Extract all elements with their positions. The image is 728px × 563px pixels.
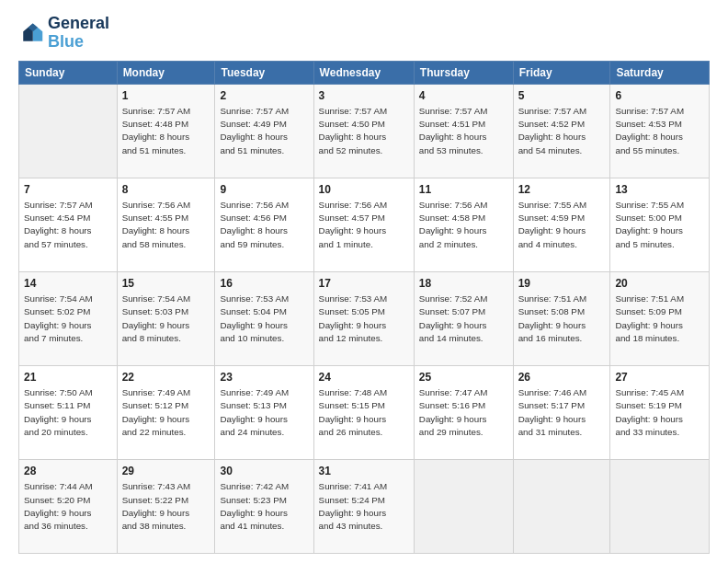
- day-info: Sunrise: 7:45 AMSunset: 5:19 PMDaylight:…: [615, 386, 704, 439]
- week-row: 21Sunrise: 7:50 AMSunset: 5:11 PMDayligh…: [19, 365, 710, 459]
- week-row: 7Sunrise: 7:57 AMSunset: 4:54 PMDaylight…: [19, 178, 710, 271]
- day-info: Sunrise: 7:44 AMSunset: 5:20 PMDaylight:…: [24, 480, 112, 533]
- day-info: Sunrise: 7:52 AMSunset: 5:07 PMDaylight:…: [419, 293, 508, 345]
- day-info: Sunrise: 7:56 AMSunset: 4:55 PMDaylight:…: [122, 199, 210, 251]
- header-day: Sunday: [19, 61, 118, 84]
- day-number: 24: [319, 370, 409, 385]
- day-cell: 28Sunrise: 7:44 AMSunset: 5:20 PMDayligh…: [19, 459, 118, 553]
- day-info: Sunrise: 7:55 AMSunset: 4:59 PMDaylight:…: [518, 199, 606, 251]
- day-cell: [610, 459, 710, 553]
- day-info: Sunrise: 7:47 AMSunset: 5:16 PMDaylight:…: [419, 386, 508, 439]
- header: General Blue: [18, 15, 710, 52]
- day-number: 29: [122, 464, 210, 479]
- day-cell: 14Sunrise: 7:54 AMSunset: 5:02 PMDayligh…: [19, 271, 118, 365]
- day-info: Sunrise: 7:50 AMSunset: 5:11 PMDaylight:…: [24, 386, 112, 439]
- day-info: Sunrise: 7:57 AMSunset: 4:49 PMDaylight:…: [220, 105, 308, 157]
- day-info: Sunrise: 7:54 AMSunset: 5:02 PMDaylight:…: [24, 293, 112, 345]
- day-info: Sunrise: 7:57 AMSunset: 4:51 PMDaylight:…: [419, 105, 508, 157]
- logo-icon: [18, 20, 44, 46]
- day-cell: 5Sunrise: 7:57 AMSunset: 4:52 PMDaylight…: [513, 84, 610, 178]
- day-info: Sunrise: 7:56 AMSunset: 4:58 PMDaylight:…: [419, 199, 508, 251]
- day-cell: 31Sunrise: 7:41 AMSunset: 5:24 PMDayligh…: [313, 459, 414, 553]
- day-cell: 18Sunrise: 7:52 AMSunset: 5:07 PMDayligh…: [414, 271, 513, 365]
- header-day: Thursday: [414, 61, 513, 84]
- day-cell: 12Sunrise: 7:55 AMSunset: 4:59 PMDayligh…: [513, 178, 610, 271]
- logo-text: General Blue: [48, 15, 109, 52]
- day-number: 20: [615, 276, 704, 292]
- day-info: Sunrise: 7:49 AMSunset: 5:12 PMDaylight:…: [122, 386, 210, 439]
- day-cell: 10Sunrise: 7:56 AMSunset: 4:57 PMDayligh…: [313, 178, 414, 271]
- day-info: Sunrise: 7:49 AMSunset: 5:13 PMDaylight:…: [220, 386, 308, 439]
- day-number: 5: [518, 88, 606, 104]
- day-number: 15: [122, 276, 210, 292]
- day-cell: 26Sunrise: 7:46 AMSunset: 5:17 PMDayligh…: [513, 365, 610, 459]
- day-cell: 13Sunrise: 7:55 AMSunset: 5:00 PMDayligh…: [610, 178, 710, 271]
- day-number: 3: [319, 88, 409, 104]
- day-number: 25: [419, 370, 508, 385]
- header-day: Monday: [117, 61, 215, 84]
- day-info: Sunrise: 7:57 AMSunset: 4:48 PMDaylight:…: [122, 105, 210, 157]
- day-number: 12: [518, 182, 606, 198]
- day-info: Sunrise: 7:57 AMSunset: 4:53 PMDaylight:…: [615, 105, 704, 157]
- day-info: Sunrise: 7:51 AMSunset: 5:09 PMDaylight:…: [615, 293, 704, 345]
- day-number: 9: [220, 182, 308, 198]
- day-number: 14: [24, 276, 112, 292]
- day-number: 4: [419, 88, 508, 104]
- day-number: 19: [518, 276, 606, 292]
- day-info: Sunrise: 7:57 AMSunset: 4:52 PMDaylight:…: [518, 105, 606, 157]
- day-cell: 4Sunrise: 7:57 AMSunset: 4:51 PMDaylight…: [414, 84, 513, 178]
- day-number: 18: [419, 276, 508, 292]
- day-info: Sunrise: 7:51 AMSunset: 5:08 PMDaylight:…: [518, 293, 606, 345]
- day-info: Sunrise: 7:42 AMSunset: 5:23 PMDaylight:…: [220, 480, 308, 533]
- day-cell: [19, 84, 118, 178]
- day-info: Sunrise: 7:43 AMSunset: 5:22 PMDaylight:…: [122, 480, 210, 533]
- week-row: 14Sunrise: 7:54 AMSunset: 5:02 PMDayligh…: [19, 271, 710, 365]
- day-cell: 6Sunrise: 7:57 AMSunset: 4:53 PMDaylight…: [610, 84, 710, 178]
- day-info: Sunrise: 7:57 AMSunset: 4:50 PMDaylight:…: [319, 105, 409, 157]
- day-number: 16: [220, 276, 308, 292]
- day-cell: 7Sunrise: 7:57 AMSunset: 4:54 PMDaylight…: [19, 178, 118, 271]
- header-day: Wednesday: [313, 61, 414, 84]
- day-cell: 27Sunrise: 7:45 AMSunset: 5:19 PMDayligh…: [610, 365, 710, 459]
- day-number: 7: [24, 182, 112, 198]
- day-info: Sunrise: 7:56 AMSunset: 4:56 PMDaylight:…: [220, 199, 308, 251]
- day-cell: 9Sunrise: 7:56 AMSunset: 4:56 PMDaylight…: [215, 178, 313, 271]
- day-cell: 25Sunrise: 7:47 AMSunset: 5:16 PMDayligh…: [414, 365, 513, 459]
- header-day: Friday: [513, 61, 610, 84]
- day-info: Sunrise: 7:53 AMSunset: 5:05 PMDaylight:…: [319, 293, 409, 345]
- day-number: 27: [615, 370, 704, 385]
- day-cell: 15Sunrise: 7:54 AMSunset: 5:03 PMDayligh…: [117, 271, 215, 365]
- logo: General Blue: [18, 15, 109, 52]
- day-number: 30: [220, 464, 308, 479]
- day-number: 31: [319, 464, 409, 479]
- header-day: Tuesday: [215, 61, 313, 84]
- day-cell: 8Sunrise: 7:56 AMSunset: 4:55 PMDaylight…: [117, 178, 215, 271]
- day-info: Sunrise: 7:53 AMSunset: 5:04 PMDaylight:…: [220, 293, 308, 345]
- day-number: 22: [122, 370, 210, 385]
- day-info: Sunrise: 7:57 AMSunset: 4:54 PMDaylight:…: [24, 199, 112, 251]
- day-number: 1: [122, 88, 210, 104]
- day-number: 8: [122, 182, 210, 198]
- day-cell: [513, 459, 610, 553]
- day-info: Sunrise: 7:41 AMSunset: 5:24 PMDaylight:…: [319, 480, 409, 533]
- day-cell: 30Sunrise: 7:42 AMSunset: 5:23 PMDayligh…: [215, 459, 313, 553]
- day-cell: 2Sunrise: 7:57 AMSunset: 4:49 PMDaylight…: [215, 84, 313, 178]
- day-info: Sunrise: 7:55 AMSunset: 5:00 PMDaylight:…: [615, 199, 704, 251]
- day-cell: 22Sunrise: 7:49 AMSunset: 5:12 PMDayligh…: [117, 365, 215, 459]
- day-number: 26: [518, 370, 606, 385]
- header-row: SundayMondayTuesdayWednesdayThursdayFrid…: [19, 61, 710, 84]
- day-cell: 29Sunrise: 7:43 AMSunset: 5:22 PMDayligh…: [117, 459, 215, 553]
- day-info: Sunrise: 7:48 AMSunset: 5:15 PMDaylight:…: [319, 386, 409, 439]
- day-cell: 19Sunrise: 7:51 AMSunset: 5:08 PMDayligh…: [513, 271, 610, 365]
- day-cell: 20Sunrise: 7:51 AMSunset: 5:09 PMDayligh…: [610, 271, 710, 365]
- week-row: 28Sunrise: 7:44 AMSunset: 5:20 PMDayligh…: [19, 459, 710, 553]
- day-number: 11: [419, 182, 508, 198]
- day-info: Sunrise: 7:54 AMSunset: 5:03 PMDaylight:…: [122, 293, 210, 345]
- day-number: 13: [615, 182, 704, 198]
- day-cell: 17Sunrise: 7:53 AMSunset: 5:05 PMDayligh…: [313, 271, 414, 365]
- calendar-table: SundayMondayTuesdayWednesdayThursdayFrid…: [18, 61, 710, 554]
- day-number: 17: [319, 276, 409, 292]
- day-cell: 1Sunrise: 7:57 AMSunset: 4:48 PMDaylight…: [117, 84, 215, 178]
- day-number: 28: [24, 464, 112, 479]
- page: General Blue SundayMondayTuesdayWednesda…: [0, 0, 728, 563]
